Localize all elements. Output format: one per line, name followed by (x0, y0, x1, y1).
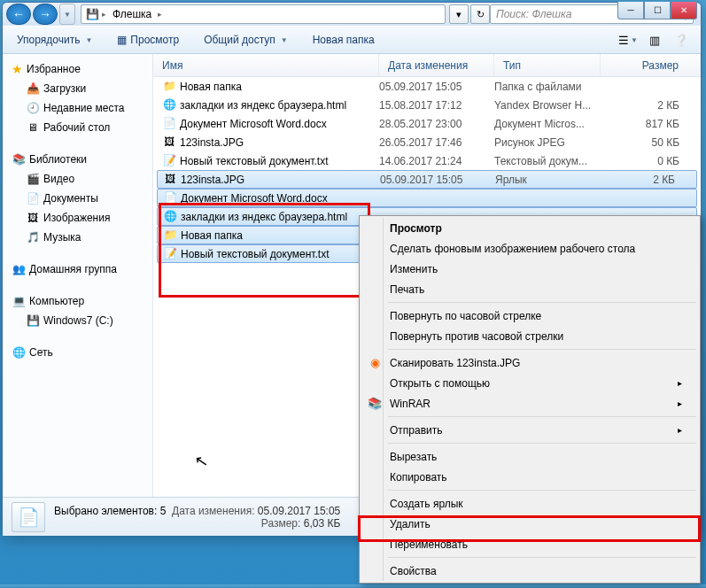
file-name: 123insta.JPG (180, 136, 244, 149)
context-menu: Просмотр Сделать фоновым изображением ра… (359, 215, 701, 584)
share-menu[interactable]: Общий доступ▼ (198, 30, 293, 50)
file-row[interactable]: 📄Документ Microsoft Word.docx28.05.2017 … (153, 114, 701, 133)
ctx-properties[interactable]: Свойства (361, 561, 698, 581)
file-icon: 📝 (162, 154, 176, 168)
ctx-winrar[interactable]: 📚WinRAR▸ (361, 393, 698, 414)
file-date: 05.09.2017 15:05 (379, 81, 494, 93)
ctx-rotate-ccw[interactable]: Повернуть против часовой стрелки (361, 326, 698, 346)
network-icon: 🌐 (12, 345, 26, 360)
chevron-right-icon[interactable]: ▸ (99, 10, 109, 19)
view-mode-button[interactable]: ☰▼ (617, 30, 639, 50)
chevron-down-icon: ▼ (281, 36, 288, 44)
ctx-scan[interactable]: ◉Сканировать 123insta.JPG (361, 352, 698, 373)
preview-icon: ▦ (117, 34, 127, 46)
close-button[interactable]: ✕ (671, 2, 697, 19)
file-size: 0 КБ (601, 155, 701, 167)
titlebar: ← → ▼ 💾 ▸ Флешка ▸ ▾ ↻ Поиск: Флешка 🔍 (3, 3, 701, 26)
file-icon: 🖼 (162, 135, 176, 150)
ctx-cut[interactable]: Вырезать (361, 446, 698, 467)
file-name: Документ Microsoft Word.docx (181, 192, 328, 205)
file-icon: 📁 (163, 228, 177, 243)
ctx-send-to[interactable]: Отправить▸ (361, 420, 698, 440)
preview-pane-button[interactable]: ▥ (644, 30, 665, 50)
file-row[interactable]: 🖼123insta.JPG05.09.2017 15:05Ярлык2 КБ (157, 170, 697, 189)
ctx-set-wallpaper[interactable]: Сделать фоновым изображением рабочего ст… (361, 238, 698, 259)
file-name: Новый текстовый документ.txt (180, 155, 329, 167)
help-button[interactable]: ❔ (671, 30, 692, 50)
computer-header[interactable]: 💻Компьютер (4, 291, 151, 311)
column-name[interactable]: Имя (153, 54, 379, 76)
sidebar-item-recent[interactable]: 🕘Недавние места (4, 98, 151, 118)
libraries-icon: 📚 (12, 152, 26, 166)
file-row[interactable]: 🖼123insta.JPG26.05.2017 17:46Рисунок JPE… (153, 133, 701, 151)
address-bar[interactable]: 💾 ▸ Флешка ▸ (81, 4, 446, 24)
libraries-header[interactable]: 📚Библиотеки (4, 150, 151, 169)
file-name: 123insta.JPG (181, 174, 244, 186)
file-row[interactable]: 📁Новая папка05.09.2017 15:05Папка с файл… (153, 77, 701, 96)
computer-icon: 💻 (12, 294, 26, 308)
sidebar-item-video[interactable]: 🎬Видео (4, 169, 151, 189)
column-type[interactable]: Тип (494, 54, 601, 76)
file-date: 14.06.2017 21:24 (379, 155, 494, 167)
ctx-edit[interactable]: Изменить (361, 259, 698, 279)
column-size[interactable]: Размер (601, 54, 701, 76)
ctx-rename[interactable]: Переименовать (361, 534, 698, 554)
documents-icon: 📄 (26, 191, 40, 205)
avast-icon: ◉ (367, 356, 383, 369)
ctx-view[interactable]: Просмотр (361, 218, 698, 238)
file-name: закладки из яндекс браузера.html (180, 99, 346, 112)
file-name: Новая папка (181, 229, 243, 242)
file-row[interactable]: 📄Документ Microsoft Word.docx (157, 189, 697, 207)
submenu-arrow-icon: ▸ (678, 378, 682, 388)
breadcrumb-segment[interactable]: Флешка (109, 6, 155, 22)
ctx-copy[interactable]: Копировать (361, 467, 698, 487)
preview-button[interactable]: ▦Просмотр (112, 30, 184, 50)
refresh-button[interactable]: ↻ (470, 4, 490, 24)
favorites-header[interactable]: ★Избранное (4, 59, 151, 79)
file-icon: 📄 (162, 117, 176, 131)
sidebar-item-desktop[interactable]: 🖥Рабочий стол (4, 118, 151, 137)
sidebar-item-documents[interactable]: 📄Документы (4, 189, 151, 208)
ctx-delete[interactable]: Удалить (361, 514, 698, 534)
navigation-pane: ★Избранное 📥Загрузки 🕘Недавние места 🖥Ра… (3, 54, 153, 497)
column-headers: Имя Дата изменения Тип Размер (153, 54, 701, 77)
file-row[interactable]: 📝Новый текстовый документ.txt14.06.2017 … (153, 151, 701, 170)
nav-back-button[interactable]: ← (6, 4, 31, 25)
sidebar-item-pictures[interactable]: 🖼Изображения (4, 208, 151, 228)
nav-history-dropdown[interactable]: ▼ (59, 4, 75, 25)
file-type: Текстовый докум... (494, 155, 601, 167)
ctx-open-with[interactable]: Открыть с помощью▸ (361, 373, 698, 393)
chevron-right-icon[interactable]: ▸ (155, 10, 165, 19)
desktop-icon: 🖥 (26, 120, 40, 135)
column-date[interactable]: Дата изменения (379, 54, 494, 76)
toolbar: Упорядочить▼ ▦Просмотр Общий доступ▼ Нов… (3, 26, 701, 54)
minimize-button[interactable]: ─ (617, 2, 644, 19)
organize-menu[interactable]: Упорядочить▼ (12, 30, 97, 50)
search-placeholder: Поиск: Флешка (496, 8, 571, 20)
video-icon: 🎬 (26, 172, 40, 186)
sidebar-item-music[interactable]: 🎵Музыка (4, 228, 151, 247)
network-header[interactable]: 🌐Сеть (4, 343, 151, 362)
file-name: Новый текстовый документ.txt (181, 248, 330, 260)
new-folder-button[interactable]: Новая папка (307, 30, 380, 50)
sidebar-item-downloads[interactable]: 📥Загрузки (4, 79, 151, 98)
file-type: Ярлык (495, 174, 601, 186)
file-row[interactable]: 🌐закладки из яндекс браузера.html15.08.2… (153, 96, 701, 114)
sidebar-item-drive-c[interactable]: 💾Windows7 (C:) (4, 311, 151, 330)
ctx-rotate-cw[interactable]: Повернуть по часовой стрелке (361, 306, 698, 326)
file-size: 2 КБ (601, 99, 701, 112)
file-name: Новая папка (180, 81, 242, 93)
ctx-print[interactable]: Печать (361, 279, 698, 299)
maximize-button[interactable]: ☐ (644, 2, 671, 19)
ctx-create-shortcut[interactable]: Создать ярлык (361, 493, 698, 514)
submenu-arrow-icon: ▸ (678, 425, 682, 435)
nav-forward-button[interactable]: → (33, 4, 58, 25)
chevron-down-icon: ▼ (85, 36, 92, 44)
file-icon: 🖼 (163, 173, 177, 187)
file-type: Рисунок JPEG (494, 136, 601, 149)
homegroup-header[interactable]: 👥Домашняя группа (4, 259, 151, 279)
file-icon: 📄 (163, 191, 177, 205)
address-dropdown[interactable]: ▾ (449, 4, 469, 24)
file-type: Документ Micros... (494, 118, 601, 130)
file-type: Папка с файлами (494, 81, 601, 93)
